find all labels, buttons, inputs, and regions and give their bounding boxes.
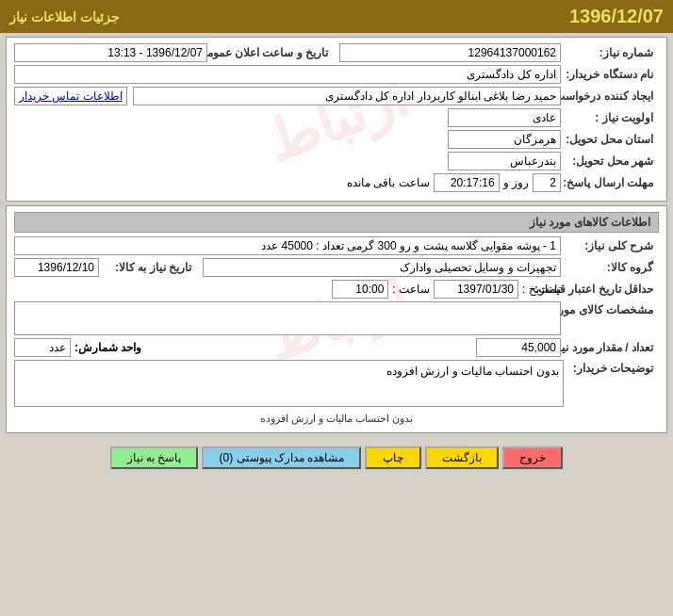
row-moshakhasat: مشخصات کالای مورد نیاز:: [14, 301, 659, 335]
row-name-dashtgah: نام دستگاه خریدار: اداره کل دادگستری: [14, 65, 659, 84]
ettelaat-tamas-link[interactable]: اطلاعات تماس خریدار: [14, 87, 127, 105]
top-info-section: ارتباط شماره نیاز: 12964137000162 تاریخ …: [6, 37, 667, 202]
tozihat-textarea[interactable]: [14, 360, 564, 407]
moshakhasat-label: مشخصات کالای مورد نیاز:: [565, 301, 659, 318]
avloyat-value: عادی: [448, 108, 561, 127]
header-date: 1396/12/07: [569, 6, 664, 27]
saat-label: ساعت :: [392, 283, 430, 296]
row-avloyat: اولویت نیاز : عادی: [14, 108, 659, 127]
ijad-label: ایجاد کننده درخواست:: [565, 88, 659, 105]
tarikh-niaz-value: 1396/12/10: [14, 258, 99, 277]
avloyat-label: اولویت نیاز :: [565, 109, 659, 126]
tarikh-niaz-label: تاریخ نیاز به کالا:: [103, 259, 197, 276]
vahed-label: واحد شمارش:: [74, 341, 141, 354]
tarikh-label: تاریخ و ساعت اعلان عمومی:: [211, 44, 334, 61]
header-title: جزئیات اطلاعات نیاز: [9, 9, 120, 24]
row-ijad: ایجاد کننده درخواست: حمید رضا بلاغی ابنا…: [14, 87, 659, 105]
row-ostan: استان محل تحویل: هرمزگان: [14, 130, 659, 149]
row-tozihat: توضیحات خریدار:: [14, 360, 659, 407]
gorohe-value: تجهیزات و وسایل تحصیلی وادارک: [203, 258, 561, 277]
hadaghal-label: حداقل تاریخ اعتبار قیمت:: [565, 281, 659, 298]
bottom-buttons: پاسخ به نیاز مشاهده مدارک پیوستی (0) چاپ…: [0, 441, 673, 475]
bazgasht-button[interactable]: بازگشت: [425, 446, 499, 469]
row-mohlat: مهلت ارسال پاسخ: 2 روز و 20:17:16 ساعت ب…: [14, 173, 659, 192]
shahr-value: بندرعباس: [448, 152, 561, 170]
row-shomare: شماره نیاز: 12964137000162 تاریخ و ساعت …: [14, 43, 659, 62]
shahr-label: شهر محل تحویل:: [565, 153, 659, 170]
sharh-value: 1 - پوشه مقوایی گلاسه پشت و رو 300 گرمی …: [14, 236, 561, 255]
gorohe-label: گروه کالا:: [565, 259, 659, 276]
row-hadaghal: حداقل تاریخ اعتبار قیمت: تا تاریخ : 1397…: [14, 280, 659, 299]
moshahedeh-button[interactable]: مشاهده مدارک پیوستی (0): [202, 446, 361, 469]
goods-section: ارتباط اطلاعات کالاهای مورد نیاز شرح کلی…: [6, 205, 667, 433]
tozihat-value-text: بدون احتساب مالیات و ارزش افزوده: [260, 413, 413, 424]
shomare-niaz-label: شماره نیاز:: [565, 44, 659, 61]
row-shahr: شهر محل تحویل: بندرعباس: [14, 152, 659, 170]
pasokh-button[interactable]: پاسخ به نیاز: [110, 446, 199, 469]
shomare-niaz-value: 12964137000162: [339, 43, 561, 62]
tozihat-label: توضیحات خریدار:: [567, 360, 659, 377]
mohlat-days-label: روز و: [503, 176, 529, 189]
row-gorohe: گروه کالا: تجهیزات و وسایل تحصیلی وادارک…: [14, 258, 659, 277]
tedad-value: 45,000: [476, 338, 561, 357]
chap-button[interactable]: چاپ: [365, 446, 421, 469]
mohlat-remaining: ساعت باقی مانده: [347, 176, 430, 189]
moshakhasat-value: [14, 301, 561, 335]
ostan-value: هرمزگان: [448, 130, 561, 149]
tarikh-value: 1396/12/07 - 13:13: [14, 43, 207, 62]
khoroj-button[interactable]: خروج: [502, 446, 563, 469]
ta-tarikh-label: تا تاریخ :: [522, 283, 561, 296]
row-sharh: شرح کلی نیاز: 1 - پوشه مقوایی گلاسه پشت …: [14, 236, 659, 255]
ijad-value: حمید رضا بلاغی ابنالو کاربردار اداره کل …: [133, 87, 561, 105]
sharh-label: شرح کلی نیاز:: [565, 237, 659, 254]
tozihat-note: بدون احتساب مالیات و ارزش افزوده: [14, 410, 659, 427]
tedad-label: تعداد / مقدار مورد نیاز:: [565, 339, 659, 356]
mohlat-label: مهلت ارسال پاسخ:: [565, 174, 659, 191]
ta-tarikh-value: 1397/01/30: [434, 280, 518, 299]
mohlat-days: 2: [533, 173, 561, 192]
mohlat-time: 20:17:16: [434, 173, 500, 192]
row-tedad: تعداد / مقدار مورد نیاز: 45,000 واحد شما…: [14, 338, 659, 357]
name-dashtgah-label: نام دستگاه خریدار:: [565, 66, 659, 83]
name-dashtgah-value: اداره کل دادگستری: [14, 65, 561, 84]
saat-value: 10:00: [332, 280, 388, 299]
goods-section-header: اطلاعات کالاهای مورد نیاز: [14, 212, 659, 233]
header-bar: 1396/12/07 جزئیات اطلاعات نیاز: [0, 0, 673, 33]
vahed-value: عدد: [14, 338, 71, 357]
ostan-label: استان محل تحویل:: [565, 131, 659, 148]
